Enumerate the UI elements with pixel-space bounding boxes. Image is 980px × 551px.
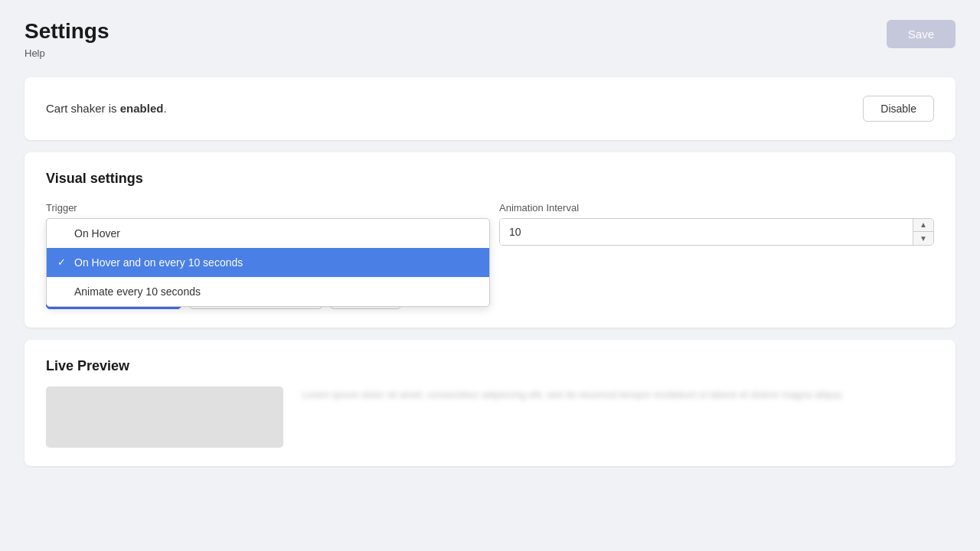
- dropdown-option-label: On Hover: [74, 227, 120, 240]
- trigger-field: Trigger On Hover and on every 10 seconds…: [46, 202, 481, 246]
- dropdown-option-label-3: Animate every 10 seconds: [74, 285, 201, 298]
- status-card: Cart shaker is enabled. Disable: [46, 96, 934, 122]
- visual-settings-card: Visual settings Trigger On Hover and on …: [24, 152, 956, 328]
- checkmark-icon: ✓: [57, 256, 68, 268]
- status-text: Cart shaker is enabled.: [46, 102, 167, 115]
- dropdown-option-label-selected: On Hover and on every 10 seconds: [74, 256, 243, 269]
- check-placeholder2-icon: [57, 285, 68, 297]
- help-link[interactable]: Help: [24, 47, 109, 59]
- live-preview-title: Live Preview: [46, 358, 934, 374]
- spinner-down-button[interactable]: ▼: [913, 232, 933, 245]
- preview-image: [46, 386, 283, 448]
- save-button[interactable]: Save: [887, 20, 956, 48]
- animation-interval-input-wrapper: ▲ ▼: [499, 218, 934, 246]
- status-bold: enabled: [120, 102, 164, 115]
- animation-interval-label: Animation Interval: [499, 202, 934, 214]
- dropdown-item-on-hover[interactable]: On Hover: [47, 219, 489, 248]
- visual-settings-title: Visual settings: [46, 171, 934, 187]
- preview-text: Lorem ipsum dolor sit amet, consectetur …: [302, 386, 934, 403]
- status-suffix: .: [163, 102, 166, 115]
- number-spinners: ▲ ▼: [913, 219, 933, 245]
- animation-interval-input[interactable]: [500, 219, 913, 245]
- spinner-up-button[interactable]: ▲: [913, 219, 933, 233]
- status-prefix: Cart shaker is: [46, 102, 120, 115]
- dropdown-item-every-10[interactable]: Animate every 10 seconds: [47, 277, 489, 306]
- check-placeholder-icon: [57, 227, 68, 239]
- live-preview-card: Live Preview Lorem ipsum dolor sit amet,…: [24, 340, 956, 466]
- dropdown-item-on-hover-every-10[interactable]: ✓ On Hover and on every 10 seconds: [47, 248, 489, 277]
- preview-content: Lorem ipsum dolor sit amet, consectetur …: [46, 386, 934, 448]
- page-title: Settings: [24, 18, 109, 44]
- animation-interval-field: Animation Interval ▲ ▼: [499, 202, 934, 246]
- trigger-label: Trigger: [46, 202, 481, 214]
- disable-button[interactable]: Disable: [863, 96, 934, 122]
- trigger-dropdown[interactable]: On Hover ✓ On Hover and on every 10 seco…: [46, 218, 490, 307]
- trigger-select-wrapper[interactable]: On Hover and on every 10 seconds ▼ On Ho…: [46, 218, 481, 246]
